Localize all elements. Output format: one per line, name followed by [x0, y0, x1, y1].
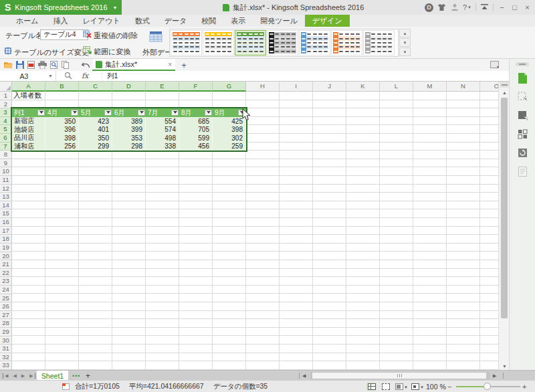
- table-cell[interactable]: 品川店: [12, 134, 45, 142]
- table-cell[interactable]: 705: [179, 125, 213, 134]
- collapse-ribbon-icon[interactable]: [478, 0, 491, 15]
- ribbon-tab-6[interactable]: 校閲: [194, 15, 223, 27]
- row-header-16[interactable]: 16: [0, 218, 12, 227]
- row-header-8[interactable]: 8: [0, 151, 12, 159]
- row-header-21[interactable]: 21: [0, 260, 12, 269]
- account-icon[interactable]: [448, 0, 461, 15]
- table-style-orange-header[interactable]: [171, 30, 202, 56]
- sheet-tab-sheet1[interactable]: Sheet1: [37, 371, 68, 381]
- sidebar-collapse-handle[interactable]: [516, 62, 529, 66]
- row-header-19[interactable]: 19: [0, 243, 12, 252]
- column-header-D[interactable]: D: [112, 82, 146, 92]
- row-header-17[interactable]: 17: [0, 227, 12, 235]
- table-style-orange-first-column[interactable]: [331, 30, 362, 56]
- ribbon-tab-2[interactable]: 挿入: [46, 15, 76, 27]
- ribbon-tab-8[interactable]: 開発ツール: [253, 15, 305, 27]
- row-header-2[interactable]: 2: [0, 100, 12, 109]
- column-header-H[interactable]: H: [246, 82, 280, 92]
- print-icon[interactable]: [38, 61, 47, 70]
- add-sheet-button[interactable]: +: [86, 371, 90, 381]
- copy-icon[interactable]: [61, 61, 70, 70]
- zoom-in-button[interactable]: +: [522, 381, 526, 392]
- scroll-right-icon[interactable]: ▶: [493, 371, 496, 381]
- row-header-30[interactable]: 30: [0, 336, 12, 345]
- convert-to-range-button[interactable]: 範囲に変換: [94, 47, 130, 57]
- row-header-6[interactable]: 6: [0, 134, 12, 142]
- column-header-I[interactable]: I: [280, 82, 313, 92]
- ribbon-tab-9[interactable]: デザイン: [305, 15, 350, 27]
- split-view-icon[interactable]: [517, 128, 528, 140]
- row-header-31[interactable]: 31: [0, 345, 12, 353]
- new-document-icon[interactable]: [517, 72, 528, 84]
- filter-dropdown-icon[interactable]: [238, 110, 245, 116]
- gallery-scroll-down-button[interactable]: ▼: [399, 38, 411, 47]
- full-screen-menu-caret[interactable]: ▼: [420, 385, 424, 389]
- maximize-button[interactable]: □: [508, 0, 521, 15]
- row-header-11[interactable]: 11: [0, 176, 12, 185]
- table-cell[interactable]: 396: [45, 125, 79, 134]
- document-tab-active[interactable]: 集計.xlsx* ×: [92, 59, 175, 71]
- row-header-29[interactable]: 29: [0, 328, 12, 336]
- gallery-more-button[interactable]: ▼: [399, 47, 411, 56]
- filter-dropdown-icon[interactable]: [71, 110, 78, 116]
- table-cell[interactable]: 423: [79, 117, 112, 126]
- new-document-tab-button[interactable]: +: [178, 59, 190, 71]
- table-header-cell[interactable]: 7月: [146, 108, 179, 117]
- row-header-1[interactable]: 1: [0, 92, 12, 100]
- name-box[interactable]: A3 ▼: [0, 71, 56, 81]
- resize-table-button[interactable]: テーブルのサイズ変更: [14, 47, 89, 58]
- row-header-5[interactable]: 5: [0, 125, 12, 134]
- row-header-14[interactable]: 14: [0, 201, 12, 210]
- table-cell[interactable]: 554: [146, 117, 179, 126]
- column-header-L[interactable]: L: [380, 82, 413, 92]
- row-header-32[interactable]: 32: [0, 353, 12, 362]
- export-pdf-icon[interactable]: [27, 61, 35, 70]
- insert-function-button[interactable]: fx: [82, 72, 88, 80]
- table-cell[interactable]: 353: [112, 134, 146, 142]
- ribbon-tab-3[interactable]: レイアウト: [76, 15, 128, 27]
- filter-dropdown-icon[interactable]: [104, 110, 112, 116]
- vertical-scrollbar[interactable]: ▲ ▼: [498, 82, 509, 370]
- table-cell[interactable]: 599: [179, 134, 213, 142]
- table-cell[interactable]: 401: [79, 125, 112, 134]
- table-cell[interactable]: 浦和店: [12, 142, 45, 151]
- filter-dropdown-icon[interactable]: [171, 110, 179, 116]
- ribbon-tab-4[interactable]: 数式: [128, 15, 157, 27]
- select-all-corner[interactable]: [0, 82, 12, 92]
- app-menu-button[interactable]: S Kingsoft Spreadsheets 2016 ▼: [0, 0, 122, 15]
- table-style-green-header[interactable]: [235, 30, 266, 56]
- column-header-M[interactable]: M: [413, 82, 447, 92]
- zoom-slider-handle[interactable]: [484, 383, 491, 390]
- scroll-up-icon[interactable]: ▲: [500, 88, 510, 96]
- row-header-12[interactable]: 12: [0, 185, 12, 193]
- column-header-G[interactable]: G: [213, 82, 246, 92]
- skin-theme-icon[interactable]: [435, 0, 448, 15]
- ribbon-tab-5[interactable]: データ: [157, 15, 195, 27]
- sheet-list-button[interactable]: •••: [72, 371, 80, 381]
- name-box-caret-icon[interactable]: ▼: [48, 74, 53, 78]
- table-header-cell[interactable]: 8月: [179, 108, 213, 117]
- row-header-7[interactable]: 7: [0, 142, 12, 151]
- filter-dropdown-icon[interactable]: [37, 110, 45, 116]
- scroll-left-icon[interactable]: ◀: [302, 371, 306, 381]
- column-header-C[interactable]: C: [79, 82, 112, 92]
- row-header-26[interactable]: 26: [0, 302, 12, 311]
- ribbon-tab-1[interactable]: ホーム: [9, 15, 46, 27]
- table-cell[interactable]: 398: [213, 125, 246, 134]
- normal-view-button[interactable]: [366, 383, 377, 391]
- table-cell[interactable]: 574: [146, 125, 179, 134]
- screenshot-icon[interactable]: [517, 110, 528, 121]
- column-header-N[interactable]: N: [447, 82, 480, 92]
- first-sheet-button[interactable]: ◀: [3, 373, 9, 379]
- previous-sheet-button[interactable]: ◀: [11, 373, 17, 379]
- table-cell[interactable]: 302: [213, 134, 246, 142]
- column-header-A[interactable]: A: [12, 82, 45, 92]
- table-style-yellow-header[interactable]: [203, 30, 234, 56]
- table-header-cell[interactable]: 6月: [112, 108, 146, 117]
- row-header-13[interactable]: 13: [0, 193, 12, 201]
- help-menu-button[interactable]: ?▼: [461, 0, 473, 15]
- table-cell[interactable]: 389: [112, 117, 146, 126]
- table-header-cell[interactable]: 列1: [12, 108, 45, 117]
- table-cell[interactable]: 685: [179, 117, 213, 126]
- table-cell[interactable]: 256: [45, 142, 79, 151]
